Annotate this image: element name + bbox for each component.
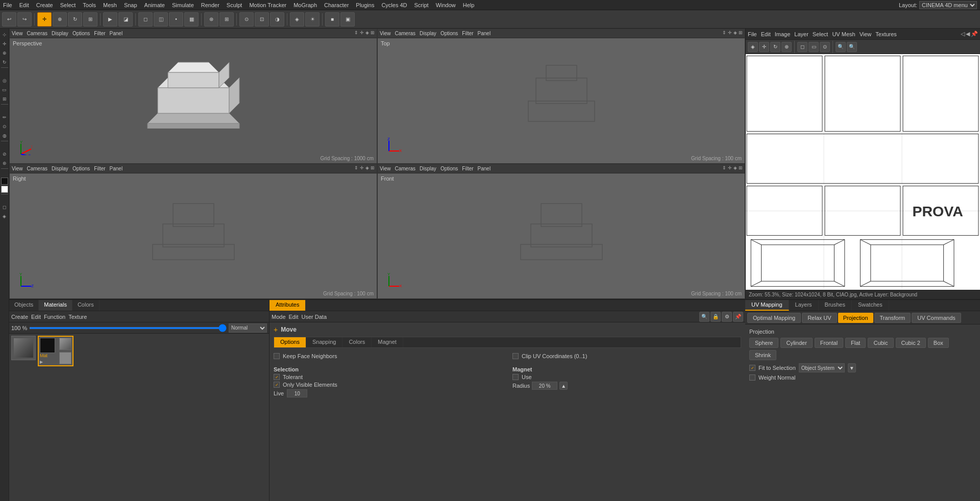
mat-swatch-default[interactable] [11, 336, 36, 360]
move-plus-icon[interactable]: + [274, 325, 278, 334]
tab-attributes[interactable]: Attributes [270, 300, 306, 311]
uv-sub-relax[interactable]: Relax UV [802, 313, 837, 323]
uv-sub-transform[interactable]: Transform [874, 313, 911, 323]
toolbar-render[interactable]: ▶ [103, 12, 117, 27]
proj-sphere[interactable]: Sphere [749, 338, 778, 348]
vp-menu-view-r[interactable]: View [12, 166, 23, 171]
attr-icon-pin[interactable]: 📌 [733, 312, 743, 322]
sidebar-color-black[interactable] [1, 178, 8, 185]
vp-icon-plus-r[interactable]: ✛ [360, 165, 364, 170]
option-tab-snapping[interactable]: Snapping [306, 337, 343, 347]
proj-cylinder[interactable]: Cylinder [780, 338, 812, 348]
uv-menu-image[interactable]: Image [775, 31, 791, 37]
viewport-perspective[interactable]: View Cameras Display Options Filter Pane… [9, 29, 377, 164]
vp-menu-display-r[interactable]: Display [52, 166, 68, 171]
vp-menu-filter-t[interactable]: Filter [462, 31, 473, 36]
option-tab-magnet[interactable]: Magnet [372, 337, 403, 347]
menu-motion-tracker[interactable]: Motion Tracker [249, 2, 286, 8]
vp-icon-camera-p[interactable]: ◈ [365, 30, 369, 35]
option-tab-colors[interactable]: Colors [342, 337, 372, 347]
vp-menu-filter-p[interactable]: Filter [94, 31, 105, 36]
menu-character[interactable]: Character [324, 2, 349, 8]
vp-menu-view-t[interactable]: View [380, 31, 391, 36]
uv-tool-4[interactable]: ⊕ [781, 42, 792, 52]
menu-plugins[interactable]: Plugins [356, 2, 374, 8]
vp-icon-expand-t[interactable]: ⊞ [739, 30, 743, 35]
uv-tab-mapping[interactable]: UV Mapping [745, 300, 789, 311]
sidebar-scale-tool[interactable]: ⊕ [1, 49, 9, 57]
tolerant-checkbox[interactable]: ✓ [274, 374, 280, 380]
menu-create[interactable]: Create [36, 2, 53, 8]
vp-menu-cameras-f[interactable]: Cameras [395, 166, 416, 171]
sidebar-rotate-tool[interactable]: ↻ [1, 58, 9, 66]
vp-menu-display-t[interactable]: Display [420, 31, 436, 36]
tab-materials[interactable]: Materials [39, 300, 72, 311]
vp-menu-panel-t[interactable]: Panel [478, 31, 491, 36]
toolbar-material[interactable]: ■ [325, 12, 339, 27]
viewport-top[interactable]: View Cameras Display Options Filter Pane… [377, 29, 745, 164]
keep-face-checkbox[interactable] [274, 353, 280, 359]
attr-toolbar-userdata[interactable]: User Data [302, 314, 327, 320]
vp-menu-display-f[interactable]: Display [420, 166, 436, 171]
toolbar-texture[interactable]: ▣ [340, 12, 355, 27]
menu-mesh[interactable]: Mesh [103, 2, 117, 8]
sidebar-rect-sel[interactable]: ▭ [1, 86, 9, 94]
menu-script[interactable]: Script [414, 2, 429, 8]
proj-box[interactable]: Box [928, 338, 949, 348]
vp-menu-cameras-r[interactable]: Cameras [27, 166, 48, 171]
toolbar-xray[interactable]: ⊙ [239, 12, 254, 27]
menu-window[interactable]: Window [436, 2, 456, 8]
vp-icon-lock-t[interactable]: ⇕ [722, 30, 726, 35]
uv-tool-1[interactable]: ◈ [748, 42, 758, 52]
mat-toolbar-texture[interactable]: Texture [68, 314, 87, 320]
use-checkbox[interactable] [512, 374, 519, 380]
uv-menu-view[interactable]: View [860, 31, 872, 37]
menu-mograph[interactable]: MoGraph [293, 2, 317, 8]
mat-toolbar-create[interactable]: Create [11, 314, 28, 320]
uv-menu-edit[interactable]: Edit [761, 31, 771, 37]
sidebar-extra2[interactable]: ◈ [1, 212, 9, 220]
vp-menu-filter-r[interactable]: Filter [94, 166, 105, 171]
vp-menu-panel-p[interactable]: Panel [110, 31, 123, 36]
vp-icon-plus-t[interactable]: ✛ [728, 30, 732, 35]
vp-menu-options-r[interactable]: Options [72, 166, 90, 171]
toolbar-light[interactable]: ☀ [305, 12, 320, 27]
menu-snap[interactable]: Snap [124, 2, 137, 8]
uv-canvas[interactable]: PROVA [746, 54, 980, 290]
sidebar-selection-tool[interactable]: ⊹ [1, 31, 9, 39]
toolbar-snap[interactable]: ⊛ [204, 12, 218, 27]
attr-toolbar-mode[interactable]: Mode [272, 314, 286, 320]
toolbar-edge-mode[interactable]: ◫ [154, 12, 168, 27]
menu-sculpt[interactable]: Sculpt [227, 2, 242, 8]
radius-input[interactable] [532, 382, 557, 390]
vp-icon-camera-t[interactable]: ◈ [733, 30, 737, 35]
radius-stepper[interactable]: ▲ [559, 382, 568, 390]
clip-uv-checkbox[interactable] [512, 353, 519, 359]
menu-simulate[interactable]: Simulate [172, 2, 194, 8]
attr-toolbar-edit[interactable]: Edit [289, 314, 299, 320]
vp-icon-lock-p[interactable]: ⇕ [354, 30, 358, 35]
uv-tool-2[interactable]: ✛ [759, 42, 769, 52]
menu-help[interactable]: Help [463, 2, 475, 8]
toolbar-render-view[interactable]: ◪ [118, 12, 133, 27]
vp-menu-options-t[interactable]: Options [440, 31, 458, 36]
attr-icon-search[interactable]: 🔍 [699, 312, 709, 322]
uv-sub-optimal[interactable]: Optimal Mapping [747, 313, 801, 323]
sidebar-brush[interactable]: ⊙ [1, 122, 9, 131]
proj-cubic[interactable]: Cubic [868, 338, 893, 348]
menu-select[interactable]: Select [60, 2, 76, 8]
toolbar-grid[interactable]: ⊞ [219, 12, 234, 27]
uv-menu-select[interactable]: Select [813, 31, 828, 37]
uv-tool-zoom-out[interactable]: 🔍 [847, 42, 857, 52]
uv-menu-uvmesh[interactable]: UV Mesh [832, 31, 855, 37]
attr-icon-settings[interactable]: ⚙ [722, 312, 732, 322]
uv-minimize-icon[interactable]: ◁ [961, 31, 965, 37]
opacity-slider[interactable] [29, 327, 227, 329]
object-system-select[interactable]: Object System [799, 363, 845, 372]
uv-pin-icon[interactable]: 📌 [971, 31, 978, 37]
toolbar-scale[interactable]: ⊕ [53, 12, 67, 27]
uv-menu-file[interactable]: File [748, 31, 757, 37]
sidebar-knife[interactable]: ⊘ [1, 150, 9, 158]
toolbar-wireframe[interactable]: ⊡ [255, 12, 269, 27]
vp-menu-options-p[interactable]: Options [72, 31, 90, 36]
